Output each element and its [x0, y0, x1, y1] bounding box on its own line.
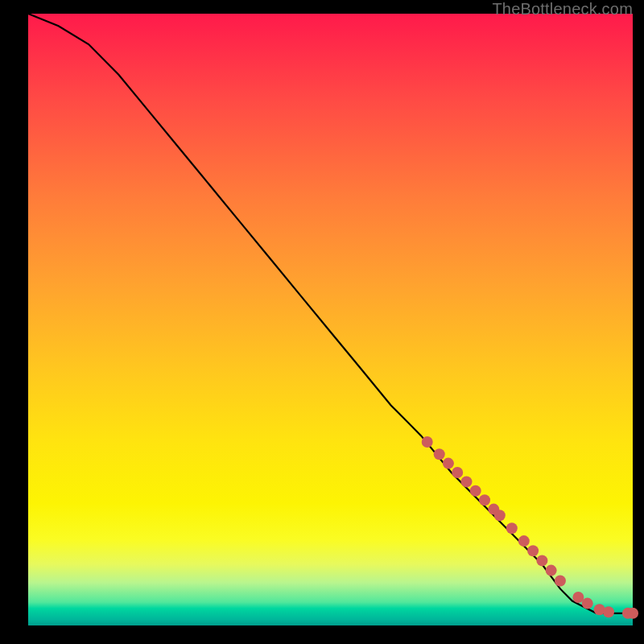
data-dot — [422, 436, 433, 448]
data-dot — [546, 565, 557, 576]
data-dot — [461, 476, 473, 487]
data-dot — [434, 448, 445, 460]
plot-area — [28, 14, 633, 625]
data-dot — [603, 606, 614, 617]
chart-frame: TheBottleneck.com — [0, 0, 644, 644]
attribution-label: TheBottleneck.com — [492, 0, 633, 19]
data-dot — [452, 467, 463, 478]
data-dot — [506, 522, 518, 534]
data-dots — [422, 436, 638, 619]
data-dot — [479, 494, 490, 506]
data-dot — [494, 510, 506, 521]
data-dot — [527, 545, 539, 556]
data-dot — [536, 555, 547, 566]
bottleneck-curve — [28, 14, 633, 613]
data-dot — [582, 598, 593, 609]
data-dot — [518, 535, 530, 547]
data-dot — [443, 458, 454, 469]
chart-svg — [28, 14, 633, 625]
data-dot — [470, 485, 481, 497]
data-dot — [627, 608, 638, 619]
data-dot — [555, 576, 566, 587]
